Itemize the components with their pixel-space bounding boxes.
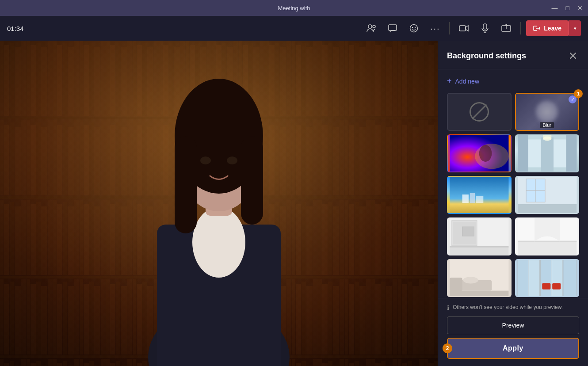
apply-badge: 2 (443, 343, 452, 353)
beach-bg-img (448, 177, 511, 213)
video-scene (0, 41, 438, 366)
main-content: Background settings + Add new (0, 41, 588, 366)
bg-office-corridor-option[interactable] (515, 134, 580, 172)
bg-blur-option[interactable]: ✓ Blur (515, 93, 580, 131)
blur-badge: 1 (574, 89, 583, 98)
more-options-button[interactable]: ··· (426, 20, 444, 36)
background-settings-panel: Background settings + Add new (438, 41, 588, 366)
window-controls: — □ ✕ (552, 4, 583, 11)
svg-rect-45 (470, 193, 475, 203)
plus-icon: + (447, 76, 452, 86)
svg-rect-65 (450, 291, 508, 296)
background-grid: 1 ✓ Blur (447, 93, 579, 298)
blur-label: Blur (540, 122, 554, 128)
person-in-video (113, 57, 325, 366)
svg-rect-72 (542, 283, 550, 289)
maximize-button[interactable]: □ (566, 4, 569, 11)
white-room1-img (448, 218, 511, 255)
svg-point-23 (192, 207, 245, 278)
bg-none-option[interactable] (447, 93, 512, 131)
top-bar: 01:34 ··· (0, 16, 588, 41)
none-icon (470, 102, 489, 122)
svg-point-1 (373, 25, 375, 28)
blur-circle-icon (536, 101, 558, 123)
modern-room-img (516, 177, 579, 213)
svg-rect-42 (543, 135, 551, 139)
toolbar-divider (449, 22, 450, 34)
svg-rect-27 (175, 136, 197, 233)
svg-rect-67 (518, 260, 528, 296)
svg-rect-55 (462, 227, 474, 236)
svg-point-29 (200, 156, 211, 164)
add-new-label: Add new (455, 78, 479, 85)
glass-office-img (516, 260, 579, 296)
add-new-background-button[interactable]: + Add new (447, 76, 579, 86)
bg-colorful-option[interactable] (447, 134, 512, 172)
call-timer: 01:34 (7, 25, 24, 32)
minimize-button[interactable]: — (552, 4, 558, 11)
panel-body: + Add new 1 ✓ Blur (438, 69, 588, 298)
svg-rect-2 (389, 25, 397, 30)
close-window-button[interactable]: ✕ (577, 4, 583, 11)
apply-button[interactable]: Apply (447, 338, 579, 359)
svg-rect-7 (483, 24, 487, 29)
share-screen-button[interactable] (497, 20, 515, 36)
svg-point-3 (410, 25, 418, 32)
svg-rect-71 (563, 260, 577, 296)
bg-blur-wrapper: 1 ✓ Blur (515, 93, 580, 131)
svg-point-30 (227, 156, 237, 164)
info-icon: ℹ (447, 304, 449, 311)
colorful-bg-img (448, 135, 511, 172)
info-text: Others won't see your video while you pr… (453, 304, 563, 311)
svg-rect-69 (540, 260, 551, 296)
info-row: ℹ Others won't see your video while you … (447, 304, 579, 311)
svg-rect-28 (241, 136, 263, 225)
panel-header: Background settings (438, 41, 588, 69)
leave-divider (520, 22, 521, 34)
svg-rect-38 (518, 135, 528, 172)
office-corridor-img (516, 135, 579, 172)
svg-rect-40 (541, 137, 554, 172)
bg-white-room2-option[interactable] (515, 217, 580, 255)
svg-rect-6 (459, 26, 466, 31)
svg-point-64 (463, 277, 478, 283)
bg-white-room1-option[interactable] (447, 217, 512, 255)
panel-footer: ℹ Others won't see your video while you … (438, 298, 588, 366)
svg-rect-63 (450, 278, 462, 291)
svg-rect-46 (476, 196, 483, 203)
svg-point-35 (479, 145, 492, 162)
bg-modern-room-option[interactable] (515, 176, 580, 214)
svg-rect-57 (450, 246, 508, 248)
svg-rect-68 (529, 260, 539, 296)
window-title: Meeting with (278, 5, 310, 11)
chat-button[interactable] (384, 20, 401, 36)
preview-button[interactable]: Preview (447, 316, 579, 334)
svg-point-5 (415, 27, 416, 28)
bg-glass-office-option[interactable] (515, 259, 580, 297)
svg-rect-51 (518, 204, 577, 213)
reactions-button[interactable] (405, 20, 423, 36)
panel-title: Background settings (447, 51, 526, 61)
bg-modern-workspace-option[interactable] (447, 259, 512, 297)
svg-rect-59 (518, 241, 577, 255)
leave-call-wrapper: Leave ▾ (526, 20, 581, 36)
svg-rect-56 (450, 247, 508, 255)
bg-beach-option[interactable] (447, 176, 512, 214)
svg-rect-44 (462, 194, 469, 203)
top-bar-icons: ··· (363, 20, 581, 36)
participants-button[interactable] (363, 20, 380, 36)
microphone-button[interactable] (476, 20, 494, 36)
svg-point-4 (412, 27, 413, 28)
apply-wrapper: 2 Apply (447, 338, 579, 359)
close-panel-button[interactable] (567, 50, 579, 62)
video-area (0, 41, 438, 366)
svg-rect-73 (552, 283, 561, 289)
svg-point-0 (368, 25, 372, 28)
camera-button[interactable] (455, 20, 473, 36)
leave-button[interactable]: Leave (526, 20, 569, 36)
modern-workspace-img (448, 260, 511, 296)
svg-rect-60 (518, 241, 577, 242)
svg-rect-70 (552, 260, 562, 296)
white-room2-img (516, 218, 579, 255)
leave-dropdown-button[interactable]: ▾ (569, 20, 581, 36)
